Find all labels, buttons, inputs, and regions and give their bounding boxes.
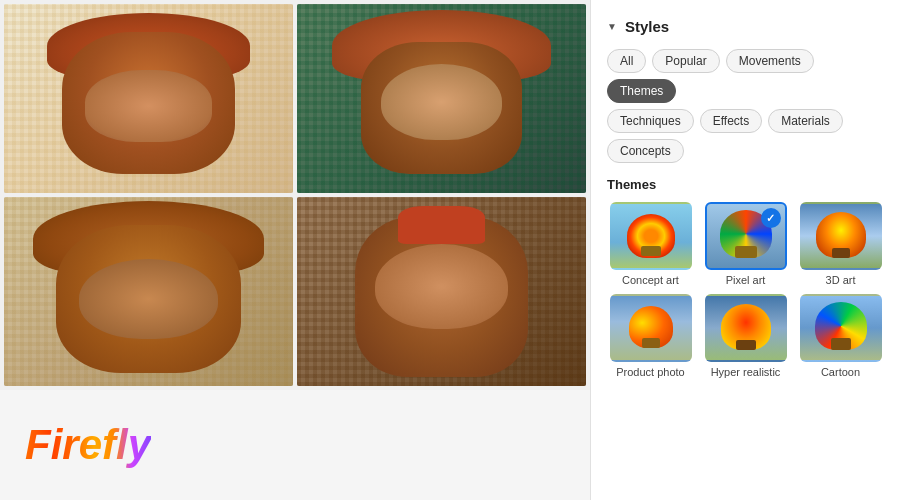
theme-label-hyper-realistic: Hyper realistic [711, 366, 781, 378]
firefly-branding: Firefly [0, 390, 590, 500]
filter-techniques-button[interactable]: Techniques [607, 109, 694, 133]
filter-row-1: All Popular Movements Themes [607, 49, 884, 103]
image-grid [0, 0, 590, 390]
theme-label-product-photo: Product photo [616, 366, 685, 378]
firefly-logo: Firefly [25, 421, 151, 469]
theme-item-hyper-realistic[interactable]: Hyper realistic [702, 294, 789, 378]
theme-item-concept-art[interactable]: Concept art [607, 202, 694, 286]
theme-item-pixel-art[interactable]: ✓ Pixel art [702, 202, 789, 286]
theme-thumb-hyper-realistic [705, 294, 787, 362]
dog-image-1 [4, 4, 293, 193]
filter-themes-button[interactable]: Themes [607, 79, 676, 103]
theme-item-cartoon[interactable]: Cartoon [797, 294, 884, 378]
theme-label-cartoon: Cartoon [821, 366, 860, 378]
styles-header: ▼ Styles [607, 18, 884, 35]
theme-label-concept-art: Concept art [622, 274, 679, 286]
theme-label-3d-art: 3D art [826, 274, 856, 286]
filter-effects-button[interactable]: Effects [700, 109, 762, 133]
styles-section-title: Styles [625, 18, 669, 35]
theme-thumb-cartoon [800, 294, 882, 362]
right-panel: ▼ Styles All Popular Movements Themes Te… [590, 0, 900, 500]
dog-image-3 [4, 197, 293, 386]
chevron-down-icon: ▼ [607, 21, 617, 32]
filter-popular-button[interactable]: Popular [652, 49, 719, 73]
theme-grid: Concept art ✓ Pixel art 3D art Product p… [607, 202, 884, 378]
theme-item-3d-art[interactable]: 3D art [797, 202, 884, 286]
theme-label-pixel-art: Pixel art [726, 274, 766, 286]
themes-section-label: Themes [607, 177, 884, 192]
filter-materials-button[interactable]: Materials [768, 109, 843, 133]
dog-image-2 [297, 4, 586, 193]
selected-check-icon: ✓ [761, 208, 781, 228]
filter-movements-button[interactable]: Movements [726, 49, 814, 73]
dog-image-4 [297, 197, 586, 386]
theme-item-product-photo[interactable]: Product photo [607, 294, 694, 378]
theme-thumb-pixel-art: ✓ [705, 202, 787, 270]
filter-row-2: Techniques Effects Materials Concepts [607, 109, 884, 163]
filter-all-button[interactable]: All [607, 49, 646, 73]
filter-concepts-button[interactable]: Concepts [607, 139, 684, 163]
left-panel: Firefly [0, 0, 590, 500]
theme-thumb-3d-art [800, 202, 882, 270]
theme-thumb-product-photo [610, 294, 692, 362]
theme-thumb-concept-art [610, 202, 692, 270]
